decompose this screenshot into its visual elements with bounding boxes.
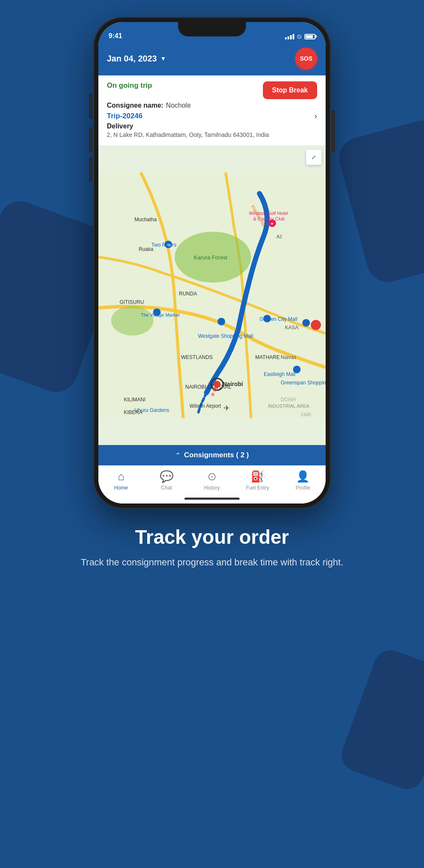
svg-text:KILIMANI: KILIMANI [124, 396, 145, 402]
chat-icon: 💬 [160, 470, 173, 483]
nav-label-fuel: Fuel Entry [246, 485, 269, 491]
home-indicator [98, 493, 326, 504]
signal-bars [285, 34, 294, 39]
nav-label-chat: Chat [161, 485, 172, 491]
phone-notch [178, 22, 246, 36]
battery-fill [306, 35, 313, 38]
svg-text:A2: A2 [276, 234, 282, 239]
svg-point-45 [213, 387, 217, 391]
svg-text:Greenspan Shopping Mall: Greenspan Shopping Mall [281, 379, 326, 385]
consignee-label: Consignee name: [107, 102, 163, 109]
trip-id: Trip-20246 [107, 112, 142, 120]
phone-outer: 9:41 ⊙ Jan 04, 2023 [93, 17, 331, 509]
svg-text:RUNDA: RUNDA [179, 290, 197, 296]
svg-text:MATHARE: MATHARE [255, 354, 280, 360]
status-icons: ⊙ [285, 33, 315, 40]
fuel-icon: ⛽ [251, 470, 264, 483]
svg-text:✈: ✈ [223, 403, 230, 412]
bottom-text-section: Track your order Track the consignment p… [55, 526, 368, 569]
consignee-row: Consignee name: Nochole [107, 102, 317, 109]
svg-text:EMB: EMB [301, 412, 311, 417]
home-indicator-bar [184, 498, 240, 500]
trip-id-row[interactable]: Trip-20246 › [107, 111, 317, 121]
phone-wrapper: 9:41 ⊙ Jan 04, 2023 [93, 17, 331, 509]
bg-shape-right [335, 116, 424, 287]
svg-text:Wilson Airport: Wilson Airport [190, 403, 221, 409]
svg-point-39 [311, 320, 321, 330]
svg-point-35 [302, 319, 310, 326]
map-container[interactable]: Karura Forest Kiambu Rd A2 Muchatha Rua [98, 145, 326, 445]
track-order-title: Track your order [81, 526, 343, 548]
header-date-text: Jan 04, 2023 [107, 54, 157, 64]
signal-bar-1 [285, 37, 287, 39]
delivery-label: Delivery [107, 122, 317, 130]
svg-point-3 [111, 306, 153, 335]
trip-detail-arrow-icon: › [314, 111, 317, 121]
nav-label-history: History [204, 485, 220, 491]
svg-text:WESTLANDS: WESTLANDS [181, 354, 213, 360]
svg-text:KASA: KASA [285, 324, 298, 330]
consignments-text: Consignments ( 2 ) [184, 451, 249, 459]
svg-point-32 [153, 308, 161, 316]
svg-point-46 [211, 392, 215, 396]
svg-text:DONH: DONH [281, 396, 296, 402]
app-header: Jan 04, 2023 ▼ SOS [98, 43, 326, 75]
nav-item-chat[interactable]: 💬 Chat [152, 470, 181, 491]
nav-label-profile: Profile [296, 485, 310, 491]
expand-icon: ⤢ [311, 154, 316, 161]
history-icon: ⊙ [207, 470, 217, 483]
map-expand-button[interactable]: ⤢ [306, 150, 321, 165]
ongoing-trip-label: On going trip [107, 81, 152, 90]
home-icon: ⌂ [118, 470, 125, 483]
nav-item-fuel[interactable]: ⛽ Fuel Entry [243, 470, 272, 491]
svg-text:Nairobi: Nairobi [223, 380, 243, 387]
svg-text:Two Rivers: Two Rivers [151, 242, 176, 248]
svg-point-33 [218, 317, 225, 325]
signal-bar-4 [293, 34, 294, 39]
svg-point-44 [214, 381, 220, 387]
svg-text:Westgate Shopping Mall: Westgate Shopping Mall [198, 333, 253, 339]
bg-shape-bottom-right [337, 645, 424, 794]
nav-item-profile[interactable]: 👤 Profile [288, 470, 318, 491]
phone-screen: 9:41 ⊙ Jan 04, 2023 [98, 22, 326, 504]
svg-text:Windsor Golf Hotel: Windsor Golf Hotel [249, 210, 288, 215]
svg-point-34 [263, 314, 271, 322]
consignee-value: Nochole [166, 102, 191, 109]
header-date[interactable]: Jan 04, 2023 ▼ [107, 54, 166, 64]
trip-header-row: On going trip Stop Break [107, 81, 317, 99]
signal-bar-2 [287, 36, 289, 39]
trip-card: On going trip Stop Break Consignee name:… [98, 75, 326, 145]
bottom-nav: ⌂ Home 💬 Chat ⊙ History ⛽ Fuel Entry 👤 [98, 465, 326, 493]
svg-text:Eastleigh Mall: Eastleigh Mall [264, 371, 296, 377]
svg-point-36 [293, 365, 301, 373]
svg-text:♥: ♥ [271, 221, 273, 225]
nav-label-home: Home [114, 485, 128, 491]
signal-bar-3 [290, 35, 292, 39]
profile-icon: 👤 [296, 470, 310, 483]
wifi-icon: ⊙ [297, 33, 302, 40]
svg-text:INDUSTRIAL AREA: INDUSTRIAL AREA [268, 403, 310, 408]
consignments-bar[interactable]: ⌃ Consignments ( 2 ) [98, 445, 326, 465]
stop-break-button[interactable]: Stop Break [263, 81, 317, 99]
dropdown-arrow-icon: ▼ [160, 55, 166, 62]
battery-icon [304, 34, 315, 39]
sos-button[interactable]: SOS [295, 47, 317, 70]
svg-text:🛍: 🛍 [167, 242, 171, 247]
svg-text:Naivas: Naivas [281, 354, 296, 360]
delivery-address: 2, N Lake RD, Kathadimattam, Ooty, Tamil… [107, 131, 317, 139]
svg-text:Uhuru Gardens: Uhuru Gardens [134, 407, 169, 413]
svg-text:Karura Forest: Karura Forest [194, 254, 228, 260]
nav-item-home[interactable]: ⌂ Home [106, 470, 136, 491]
svg-text:& Country Club: & Country Club [253, 216, 285, 221]
map-svg: Karura Forest Kiambu Rd A2 Muchatha Rua [98, 145, 326, 445]
consignments-chevron-icon: ⌃ [175, 451, 181, 459]
svg-text:GITISURU: GITISURU [120, 299, 144, 305]
svg-text:Muchatha: Muchatha [134, 216, 157, 222]
track-order-subtitle: Track the consignment progress and break… [81, 555, 343, 569]
nav-item-history[interactable]: ⊙ History [197, 470, 227, 491]
